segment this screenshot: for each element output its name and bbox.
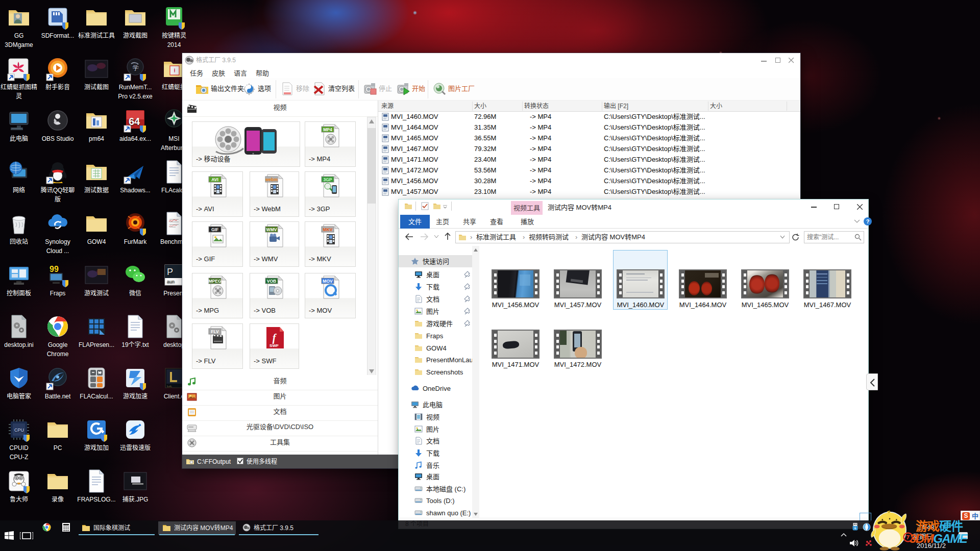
svg-text:FLV: FLV bbox=[211, 329, 219, 334]
svg-text:WMV: WMV bbox=[266, 227, 277, 232]
svg-text:aun: aun bbox=[167, 279, 175, 284]
svg-text:MP4: MP4 bbox=[323, 127, 332, 132]
svg-text:P: P bbox=[167, 267, 173, 277]
svg-text:MPEG: MPEG bbox=[208, 279, 221, 284]
svg-text:GIF: GIF bbox=[211, 227, 218, 232]
svg-text:99: 99 bbox=[50, 265, 59, 273]
svg-text:MOV: MOV bbox=[323, 279, 333, 284]
svg-text:3GP: 3GP bbox=[323, 177, 332, 182]
svg-text:CPU: CPU bbox=[14, 428, 24, 433]
svg-text:学: 学 bbox=[133, 64, 139, 71]
svg-text:SWF: SWF bbox=[270, 343, 279, 348]
svg-text:MKV: MKV bbox=[323, 227, 333, 232]
svg-text:webm: webm bbox=[265, 177, 278, 182]
svg-text:VOB: VOB bbox=[267, 279, 276, 284]
svg-text:AVI: AVI bbox=[211, 177, 218, 182]
svg-text:LoL: LoL bbox=[167, 385, 173, 388]
